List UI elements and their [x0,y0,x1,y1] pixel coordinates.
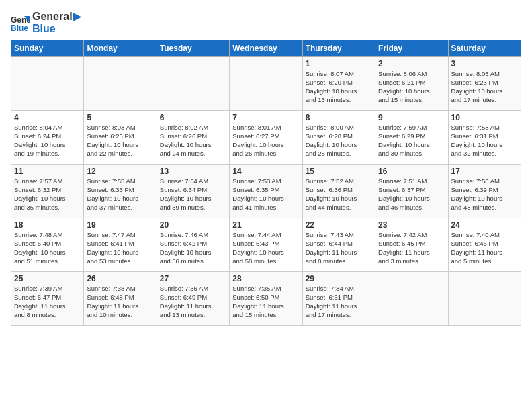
day-number: 29 [306,274,372,283]
day-info: Sunrise: 8:06 AM Sunset: 6:21 PM Dayligh… [378,70,445,104]
calendar-cell: 20Sunrise: 7:46 AM Sunset: 6:42 PM Dayli… [157,218,229,272]
calendar-cell: 1Sunrise: 8:07 AM Sunset: 6:20 PM Daylig… [302,57,375,111]
calendar-cell: 18Sunrise: 7:48 AM Sunset: 6:40 PM Dayli… [11,218,84,272]
col-header-tuesday: Tuesday [157,40,229,57]
day-number: 21 [232,220,299,230]
calendar-cell: 29Sunrise: 7:34 AM Sunset: 6:51 PM Dayli… [302,272,375,326]
calendar-week-row: 4Sunrise: 8:04 AM Sunset: 6:24 PM Daylig… [11,111,521,165]
day-info: Sunrise: 7:34 AM Sunset: 6:51 PM Dayligh… [306,285,372,319]
day-number: 15 [306,167,372,176]
day-number: 16 [378,167,445,176]
day-info: Sunrise: 7:51 AM Sunset: 6:37 PM Dayligh… [378,177,445,212]
calendar-cell [230,57,302,111]
day-number: 8 [306,113,372,122]
calendar-cell [448,272,521,326]
day-number: 2 [378,59,445,68]
day-info: Sunrise: 8:03 AM Sunset: 6:25 PM Dayligh… [87,124,153,158]
col-header-friday: Friday [375,40,448,57]
calendar-cell: 27Sunrise: 7:36 AM Sunset: 6:49 PM Dayli… [157,272,229,326]
col-header-wednesday: Wednesday [230,40,302,57]
col-header-saturday: Saturday [448,40,521,57]
day-number: 7 [232,113,299,122]
calendar-cell: 14Sunrise: 7:53 AM Sunset: 6:35 PM Dayli… [230,165,302,218]
day-number: 14 [232,167,299,176]
day-info: Sunrise: 7:46 AM Sunset: 6:42 PM Dayligh… [160,231,226,265]
day-info: Sunrise: 8:07 AM Sunset: 6:20 PM Dayligh… [306,70,372,104]
logo-icon: General Blue [11,13,30,32]
day-info: Sunrise: 7:50 AM Sunset: 6:39 PM Dayligh… [451,177,518,212]
day-number: 4 [14,113,81,122]
day-number: 18 [14,220,81,230]
day-info: Sunrise: 7:44 AM Sunset: 6:43 PM Dayligh… [232,231,299,265]
calendar-table: SundayMondayTuesdayWednesdayThursdayFrid… [11,40,521,326]
calendar-cell [84,57,157,111]
calendar-cell: 16Sunrise: 7:51 AM Sunset: 6:37 PM Dayli… [375,165,448,218]
day-number: 5 [87,113,153,122]
day-info: Sunrise: 7:43 AM Sunset: 6:44 PM Dayligh… [306,231,372,265]
calendar-cell: 8Sunrise: 8:00 AM Sunset: 6:28 PM Daylig… [302,111,375,165]
calendar-cell: 12Sunrise: 7:55 AM Sunset: 6:33 PM Dayli… [84,165,157,218]
day-info: Sunrise: 7:57 AM Sunset: 6:32 PM Dayligh… [14,177,81,212]
day-number: 20 [160,220,226,230]
day-info: Sunrise: 7:35 AM Sunset: 6:50 PM Dayligh… [232,285,299,319]
day-number: 12 [87,167,153,176]
day-info: Sunrise: 7:38 AM Sunset: 6:48 PM Dayligh… [87,285,153,319]
calendar-cell: 17Sunrise: 7:50 AM Sunset: 6:39 PM Dayli… [448,165,521,218]
calendar-cell: 10Sunrise: 7:58 AM Sunset: 6:31 PM Dayli… [448,111,521,165]
day-info: Sunrise: 7:52 AM Sunset: 6:36 PM Dayligh… [306,177,372,212]
calendar-cell: 26Sunrise: 7:38 AM Sunset: 6:48 PM Dayli… [84,272,157,326]
col-header-sunday: Sunday [11,40,84,57]
day-info: Sunrise: 7:39 AM Sunset: 6:47 PM Dayligh… [14,285,81,319]
day-info: Sunrise: 7:48 AM Sunset: 6:40 PM Dayligh… [14,231,81,265]
day-number: 6 [160,113,226,122]
day-info: Sunrise: 7:53 AM Sunset: 6:35 PM Dayligh… [232,177,299,212]
page-header: General Blue General▶ Blue [11,11,521,34]
calendar-cell: 21Sunrise: 7:44 AM Sunset: 6:43 PM Dayli… [230,218,302,272]
calendar-cell: 6Sunrise: 8:02 AM Sunset: 6:26 PM Daylig… [157,111,229,165]
day-number: 25 [14,274,81,283]
calendar-cell: 5Sunrise: 8:03 AM Sunset: 6:25 PM Daylig… [84,111,157,165]
day-info: Sunrise: 7:54 AM Sunset: 6:34 PM Dayligh… [160,177,226,212]
logo-wordmark: General▶ Blue [32,11,81,34]
calendar-cell: 7Sunrise: 8:01 AM Sunset: 6:27 PM Daylig… [230,111,302,165]
calendar-cell: 23Sunrise: 7:42 AM Sunset: 6:45 PM Dayli… [375,218,448,272]
calendar-cell: 11Sunrise: 7:57 AM Sunset: 6:32 PM Dayli… [11,165,84,218]
calendar-cell [11,57,84,111]
calendar-cell: 4Sunrise: 8:04 AM Sunset: 6:24 PM Daylig… [11,111,84,165]
calendar-week-row: 11Sunrise: 7:57 AM Sunset: 6:32 PM Dayli… [11,165,521,218]
calendar-week-row: 1Sunrise: 8:07 AM Sunset: 6:20 PM Daylig… [11,57,521,111]
calendar-cell: 15Sunrise: 7:52 AM Sunset: 6:36 PM Dayli… [302,165,375,218]
calendar-cell [375,272,448,326]
day-info: Sunrise: 8:01 AM Sunset: 6:27 PM Dayligh… [232,124,299,158]
calendar-cell: 3Sunrise: 8:05 AM Sunset: 6:23 PM Daylig… [448,57,521,111]
day-number: 10 [451,113,518,122]
calendar-cell: 2Sunrise: 8:06 AM Sunset: 6:21 PM Daylig… [375,57,448,111]
col-header-thursday: Thursday [302,40,375,57]
day-number: 22 [306,220,372,230]
day-info: Sunrise: 8:02 AM Sunset: 6:26 PM Dayligh… [160,124,226,158]
day-info: Sunrise: 7:58 AM Sunset: 6:31 PM Dayligh… [451,124,518,158]
calendar-week-row: 25Sunrise: 7:39 AM Sunset: 6:47 PM Dayli… [11,272,521,326]
day-number: 17 [451,167,518,176]
calendar-cell: 28Sunrise: 7:35 AM Sunset: 6:50 PM Dayli… [230,272,302,326]
day-number: 27 [160,274,226,283]
day-number: 1 [306,59,372,68]
day-info: Sunrise: 7:59 AM Sunset: 6:29 PM Dayligh… [378,124,445,158]
calendar-cell: 25Sunrise: 7:39 AM Sunset: 6:47 PM Dayli… [11,272,84,326]
day-number: 9 [378,113,445,122]
day-number: 13 [160,167,226,176]
col-header-monday: Monday [84,40,157,57]
calendar-cell: 13Sunrise: 7:54 AM Sunset: 6:34 PM Dayli… [157,165,229,218]
day-info: Sunrise: 8:04 AM Sunset: 6:24 PM Dayligh… [14,124,81,158]
calendar-cell: 24Sunrise: 7:40 AM Sunset: 6:46 PM Dayli… [448,218,521,272]
logo: General Blue General▶ Blue [11,11,81,34]
calendar-cell: 22Sunrise: 7:43 AM Sunset: 6:44 PM Dayli… [302,218,375,272]
day-info: Sunrise: 8:05 AM Sunset: 6:23 PM Dayligh… [451,70,518,104]
day-number: 26 [87,274,153,283]
day-number: 28 [232,274,299,283]
day-info: Sunrise: 8:00 AM Sunset: 6:28 PM Dayligh… [306,124,372,158]
day-number: 23 [378,220,445,230]
day-number: 3 [451,59,518,68]
day-number: 11 [14,167,81,176]
day-info: Sunrise: 7:36 AM Sunset: 6:49 PM Dayligh… [160,285,226,319]
